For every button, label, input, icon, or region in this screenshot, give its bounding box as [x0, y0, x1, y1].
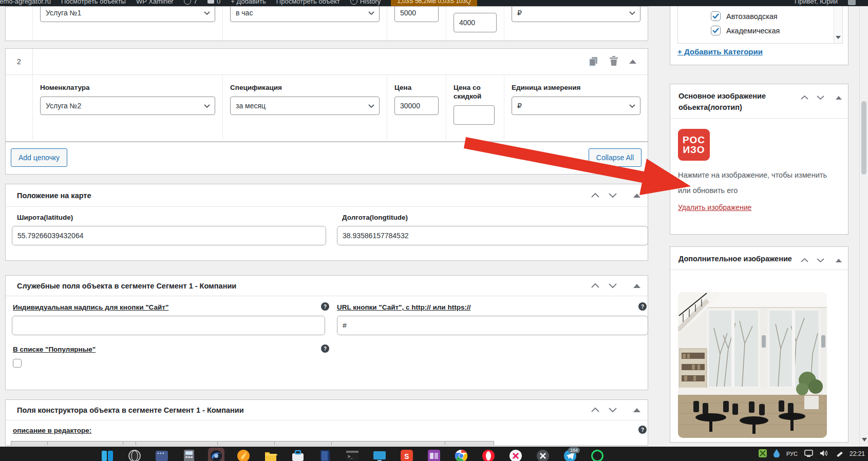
move-up-icon[interactable] [801, 93, 808, 102]
latitude-input[interactable]: 55.79266039432064 [12, 226, 326, 245]
category-label: Автозаводская [726, 12, 778, 21]
row1-unit-select[interactable]: ₽ [512, 6, 640, 22]
taskbar-icon-notebook[interactable] [318, 449, 332, 461]
admin-bar-comments[interactable]: 0 [207, 0, 220, 5]
move-down-icon[interactable] [609, 282, 617, 290]
taskbar-icon-chrome[interactable] [455, 449, 468, 461]
pen-icon[interactable] [836, 450, 843, 458]
taskbar-icon-folder[interactable] [264, 449, 277, 461]
admin-bar-add-new[interactable]: + Добавить [231, 0, 266, 5]
admin-bar-greeting[interactable]: Привет, Юрий [795, 0, 838, 5]
toggle-panel-icon[interactable] [836, 96, 842, 100]
row1-price-input[interactable]: 5000 [394, 6, 439, 22]
row2-discount-price-input[interactable] [454, 105, 495, 125]
move-down-icon[interactable] [817, 256, 824, 264]
row2-specification-select[interactable]: за месяц [230, 97, 380, 115]
collapse-all-button[interactable]: Collapse All [589, 148, 641, 167]
chevron-down-icon [204, 11, 210, 15]
help-icon[interactable]: ? [638, 426, 647, 434]
site-url-input[interactable]: # [337, 316, 648, 335]
row2-nomenclature-select[interactable]: Услуга №2 [40, 97, 215, 115]
admin-bar-site-name[interactable]: demo-agregator.ru [0, 0, 51, 5]
query-monitor-badge[interactable]: 1,03S 56,2MB 0,03S 103Q [391, 0, 477, 6]
taskbar-icon-dark-x[interactable] [536, 449, 550, 461]
popular-checkbox[interactable] [13, 359, 22, 368]
row1-handle[interactable] [6, 7, 32, 41]
move-down-icon[interactable] [609, 191, 617, 200]
taskbar-icon-green-ring[interactable] [591, 449, 604, 461]
taskbar-icon-red-app[interactable]: S [400, 449, 413, 461]
taskbar-icon-opera[interactable] [482, 449, 495, 461]
move-up-icon[interactable] [801, 256, 808, 264]
row1-specification-select[interactable]: в час [230, 6, 380, 22]
toggle-panel-icon[interactable] [633, 408, 640, 412]
site-button-input[interactable] [12, 316, 325, 335]
help-icon[interactable]: ? [321, 344, 329, 353]
panel-title: Поля конструктора объекта в сегменте Сег… [17, 406, 244, 414]
admin-bar: demo-agregator.ru Посмотреть объекты WP … [0, 0, 868, 6]
taskbar-icon-search[interactable] [128, 449, 141, 461]
scroll-down-icon[interactable] [836, 36, 841, 39]
admin-bar-updates[interactable]: 7 [184, 0, 197, 5]
field-label: Номенклатура [40, 83, 215, 92]
toggle-panel-icon[interactable] [836, 259, 842, 262]
taskbar-icon-display[interactable] [373, 449, 386, 461]
extra-image-photo[interactable] [678, 292, 827, 438]
row2-index[interactable]: 2 [6, 49, 33, 74]
move-up-icon[interactable] [591, 282, 599, 290]
taskbar-icon-terminal[interactable]: >_ [346, 449, 359, 461]
scroll-down-icon[interactable] [862, 438, 867, 441]
row1-nomenclature-select[interactable]: Услуга №1 [40, 6, 215, 22]
tray-icon-green[interactable] [759, 449, 767, 458]
help-icon[interactable]: ? [321, 302, 329, 311]
move-up-icon[interactable] [591, 406, 599, 414]
add-categories-link[interactable]: + Добавить Категории [677, 47, 763, 56]
tray-icon-blue[interactable] [773, 449, 780, 458]
taskbar-icon-board[interactable] [155, 449, 168, 461]
row2-unit-select[interactable]: ₽ [512, 97, 640, 115]
category-item[interactable]: Академическая [711, 26, 780, 35]
taskbar-icon-white-x[interactable] [509, 449, 522, 461]
main-image-caption: Нажмите на изображение, чтобы изменить и… [678, 167, 838, 198]
admin-bar-history[interactable]: History [350, 0, 381, 5]
language-indicator[interactable]: РУС [786, 451, 798, 457]
browser-scrollbar[interactable] [859, 0, 868, 447]
taskbar-icon-active-app[interactable] [210, 456, 223, 461]
network-icon[interactable] [804, 450, 813, 458]
avatar[interactable] [848, 0, 856, 5]
longitude-input[interactable]: 38.93586157784532 [337, 226, 648, 245]
row1-discount-price-input[interactable]: 4000 [454, 13, 497, 32]
taskbar-icon-telegram[interactable]: 184 [563, 449, 577, 461]
duplicate-row-icon[interactable] [588, 56, 598, 68]
admin-bar-view-objects[interactable]: Посмотреть объекты [61, 0, 126, 5]
admin-bar-view-object[interactable]: Просмотреть объект [276, 0, 340, 5]
help-icon[interactable]: ? [638, 302, 647, 311]
delete-image-link[interactable]: Удалить изображение [678, 203, 751, 212]
category-item[interactable]: Автозаводская [711, 11, 778, 21]
scrollbar-thumb[interactable] [861, 101, 866, 175]
list-scrollbar[interactable] [834, 0, 842, 43]
add-row-button[interactable]: Add цепочку [11, 148, 67, 167]
checkbox-checked-icon[interactable] [711, 26, 721, 35]
taskbar-icon-purple-app[interactable] [427, 449, 441, 461]
checkbox-checked-icon[interactable] [711, 11, 721, 21]
row2-price-input[interactable]: 30000 [394, 97, 439, 115]
volume-icon[interactable] [820, 450, 829, 458]
row2-handle[interactable] [6, 75, 32, 142]
move-down-icon[interactable] [609, 406, 617, 414]
collapse-row-icon[interactable] [629, 60, 636, 64]
taskbar-icon-calculator[interactable] [182, 449, 196, 461]
toggle-panel-icon[interactable] [633, 194, 640, 198]
taskbar-icon-orange-app[interactable] [237, 449, 250, 461]
taskbar-icon-panels[interactable] [101, 449, 114, 461]
editor-toolbar-strip[interactable] [11, 441, 494, 446]
toggle-panel-icon[interactable] [633, 284, 640, 288]
delete-row-icon[interactable] [610, 56, 618, 67]
taskbar-active-tile[interactable] [208, 448, 224, 461]
move-down-icon[interactable] [817, 93, 824, 102]
main-image-logo[interactable]: РОС ИЗО [678, 129, 710, 161]
taskbar-icon-briefcase[interactable] [291, 449, 305, 461]
clock[interactable]: 22:21 [850, 450, 865, 457]
admin-bar-wp-xaminer[interactable]: WP Xaminer [136, 0, 174, 5]
move-up-icon[interactable] [591, 191, 599, 200]
